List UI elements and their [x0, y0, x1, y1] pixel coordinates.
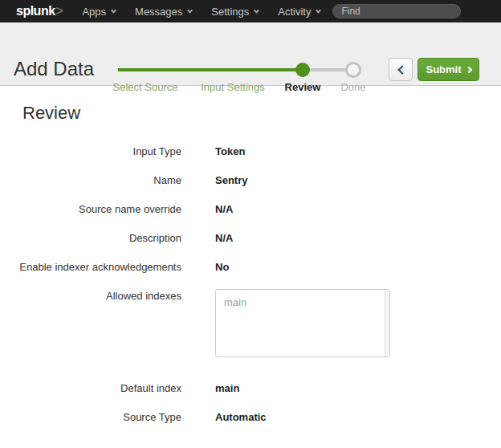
- field-value: N/A: [215, 232, 233, 244]
- chevron-left-icon: [397, 65, 406, 74]
- field-row-input-type: Input Type Token: [0, 136, 501, 165]
- find-input[interactable]: [332, 4, 461, 18]
- field-row-allowed-indexes: Allowed indexes main: [0, 281, 501, 373]
- field-row-default-index: Default index main: [0, 373, 501, 402]
- field-value: N/A: [215, 203, 233, 215]
- field-label: Default index: [0, 382, 181, 394]
- nav-menu-apps[interactable]: Apps: [82, 6, 116, 18]
- field-value: No: [215, 261, 229, 273]
- chevron-down-icon: [316, 7, 321, 13]
- page-title: Add Data: [14, 58, 94, 80]
- top-nav: splunk> Apps Messages Settings Activity: [0, 0, 501, 22]
- splunk-logo-caret: >: [56, 4, 63, 18]
- allowed-indexes-textarea[interactable]: main: [215, 289, 390, 357]
- allowed-indexes-value: main: [224, 296, 246, 308]
- field-row-indexer-acknowledgements: Enable indexer acknowledgements No: [0, 252, 501, 281]
- nav-menu-activity[interactable]: Activity: [278, 6, 320, 18]
- nav-menu-messages-label: Messages: [135, 6, 182, 18]
- nav-menu-activity-label: Activity: [278, 6, 311, 18]
- review-heading: Review: [22, 103, 501, 124]
- field-row-source-name-override: Source name override N/A: [0, 194, 501, 223]
- field-label: Name: [0, 174, 181, 186]
- field-value: main: [215, 382, 239, 394]
- step-label-select-source: Select Source: [113, 81, 178, 93]
- splunk-logo[interactable]: splunk>: [16, 4, 63, 18]
- chevron-right-icon: [465, 66, 471, 72]
- progress-track-complete: [118, 68, 303, 71]
- field-value: Token: [215, 145, 245, 157]
- field-row-source-type: Source Type Automatic: [0, 402, 501, 431]
- field-row-description: Description N/A: [0, 223, 501, 252]
- chevron-down-icon: [254, 7, 259, 13]
- back-button[interactable]: [389, 58, 413, 81]
- chevron-down-icon: [111, 7, 116, 13]
- field-label: Source Type: [0, 411, 181, 423]
- nav-menu-settings[interactable]: Settings: [211, 6, 259, 18]
- field-label: Description: [0, 232, 181, 244]
- chevron-down-icon: [187, 7, 193, 13]
- field-label: Enable indexer acknowledgements: [0, 261, 181, 273]
- field-label: Source name override: [0, 203, 181, 215]
- textarea-scrollbar[interactable]: [385, 291, 389, 357]
- step-label-done: Done: [340, 81, 365, 93]
- nav-menu-settings-label: Settings: [211, 6, 249, 18]
- review-form: Input Type Token Name Sentry Source name…: [0, 136, 501, 431]
- field-label: Allowed indexes: [0, 281, 181, 302]
- splunk-logo-text: splunk: [16, 4, 55, 18]
- step-label-input-settings: Input Settings: [201, 81, 265, 93]
- field-value: Sentry: [215, 174, 247, 186]
- review-panel: Review Input Type Token Name Sentry Sour…: [0, 103, 501, 431]
- field-value: Automatic: [215, 411, 267, 423]
- field-row-name: Name Sentry: [0, 165, 501, 194]
- submit-button-label: Submit: [426, 63, 461, 75]
- wizard-header: Add Data Select Source Input Settings Re…: [0, 22, 501, 86]
- step-label-review: Review: [285, 81, 321, 93]
- field-label: Input Type: [0, 145, 181, 157]
- nav-menu-apps-label: Apps: [82, 6, 106, 18]
- submit-button[interactable]: Submit: [418, 58, 479, 81]
- step-done-circle: [345, 62, 361, 78]
- step-current-dot: [295, 63, 310, 77]
- nav-menu-messages[interactable]: Messages: [135, 6, 192, 18]
